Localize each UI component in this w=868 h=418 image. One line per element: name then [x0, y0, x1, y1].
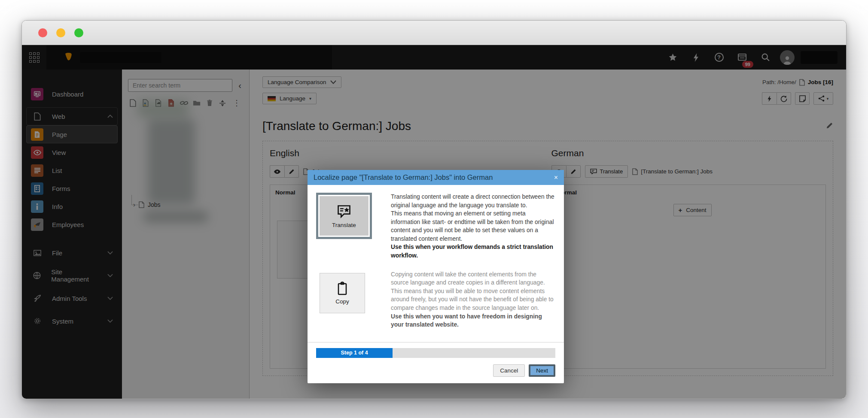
modal-footer: Step 1 of 4 Cancel Next: [308, 342, 564, 383]
modal-body: Translate Translating content will creat…: [308, 185, 564, 342]
translate-option-tile[interactable]: Translate: [316, 193, 372, 239]
tile-label: Copy: [335, 298, 349, 305]
option-description-emphasis: Use this when your workflow demands a st…: [391, 243, 555, 260]
option-description-line: This means that moving an element or set…: [391, 209, 555, 243]
option-description-line: This means that you will be able to move…: [391, 287, 555, 312]
tile-label: Translate: [332, 222, 356, 228]
typo3-backend: ? 99: [22, 45, 846, 399]
window-close-button[interactable]: [38, 28, 47, 37]
option-translate: Translate Translating content will creat…: [316, 193, 555, 260]
cancel-button[interactable]: Cancel: [493, 364, 525, 377]
option-copy: Copy Copying content will take the conte…: [316, 270, 555, 329]
app-window: ? 99: [21, 20, 847, 399]
window-minimize-button[interactable]: [56, 28, 65, 37]
clipboard-icon: [335, 281, 349, 296]
option-description-line: Translating content will create a direct…: [391, 193, 555, 209]
close-icon[interactable]: ×: [554, 174, 558, 181]
modal-header: Localize page "[Translate to German:] Jo…: [308, 170, 564, 185]
window-titlebar: [22, 21, 846, 45]
copy-option-tile[interactable]: Copy: [320, 273, 365, 313]
modal-title: Localize page "[Translate to German:] Jo…: [314, 173, 493, 182]
window-zoom-button[interactable]: [74, 28, 83, 37]
next-button[interactable]: Next: [529, 364, 555, 377]
option-description-line: Copying content will take the content el…: [391, 270, 555, 287]
option-description-emphasis: Use this when you want to have freedom i…: [391, 312, 555, 329]
speech-bubble-star-icon: [336, 204, 352, 219]
wizard-progress-label: Step 1 of 4: [341, 350, 368, 356]
wizard-progress-fill: Step 1 of 4: [316, 348, 393, 358]
wizard-progress-bar: Step 1 of 4: [316, 348, 555, 358]
desktop-background: ? 99: [0, 0, 868, 418]
localize-wizard-modal: Localize page "[Translate to German:] Jo…: [308, 170, 564, 383]
